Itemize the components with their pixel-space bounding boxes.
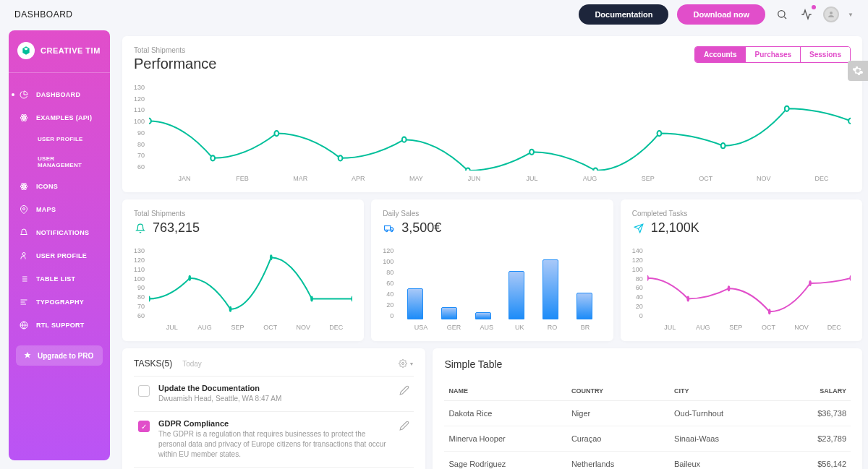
sidebar-item-rtl-support[interactable]: RTL SUPPORT (9, 314, 110, 337)
shipments-value: 763,215 (153, 220, 200, 236)
svg-line-1 (784, 17, 786, 19)
svg-point-31 (593, 168, 597, 171)
svg-point-44 (391, 230, 393, 231)
tab-accounts[interactable]: Accounts (695, 47, 746, 62)
task-checkbox[interactable] (138, 385, 150, 397)
svg-point-3 (23, 117, 25, 119)
sidebar-item-label: ICONS (36, 183, 58, 190)
svg-point-27 (339, 155, 343, 160)
tasks-settings-dropdown[interactable]: ▼ (399, 359, 414, 368)
sidebar-item-user-profile[interactable]: USER PROFILE (9, 129, 110, 149)
brand-name: CREATIVE TIM (41, 46, 101, 55)
download-button[interactable]: Download now (677, 4, 765, 25)
pin-icon (19, 205, 29, 215)
sidebar-item-label: MAPS (36, 206, 56, 213)
sidebar-item-typography[interactable]: TYPOGRAPHY (9, 291, 110, 314)
svg-point-36 (149, 296, 150, 301)
avatar[interactable] (823, 7, 839, 22)
sidebar-item-icons[interactable]: ICONS (9, 175, 110, 198)
svg-rect-42 (385, 225, 391, 230)
sidebar-item-label: TYPOGRAPHY (36, 298, 84, 306)
table-header: SALARY (780, 382, 851, 401)
brand-logo (17, 42, 35, 59)
tab-purchases[interactable]: Purchases (745, 47, 800, 62)
table-header: COUNTRY (567, 382, 670, 401)
bar (407, 288, 423, 319)
tasks-count: TASKS(5) (134, 358, 172, 369)
sidebar-item-examples-api-[interactable]: EXAMPLES (API) (9, 106, 110, 129)
send-icon (632, 222, 645, 235)
performance-subtitle: Total Shipments (134, 46, 217, 54)
svg-point-41 (352, 296, 352, 301)
sidebar-item-label: DASHBOARD (36, 91, 80, 98)
sidebar-item-user-profile[interactable]: USER PROFILE (9, 244, 110, 267)
bar (441, 307, 457, 319)
svg-point-29 (466, 168, 470, 171)
svg-point-26 (274, 131, 278, 136)
performance-card: Total Shipments Performance Accounts Pur… (122, 36, 862, 192)
task-title: Update the Documentation (158, 384, 391, 392)
sales-subtitle: Daily Sales (383, 210, 601, 218)
svg-point-40 (311, 296, 312, 301)
sidebar-item-label: RTL SUPPORT (36, 322, 85, 329)
sidebar: CREATIVE TIM DASHBOARDEXAMPLES (API)USER… (9, 30, 110, 460)
sidebar-item-label: EXAMPLES (API) (36, 114, 92, 121)
globe-icon (19, 320, 29, 330)
chevron-down-icon[interactable]: ▼ (848, 12, 854, 18)
performance-title: Performance (134, 56, 217, 72)
pie-chart-icon (19, 90, 29, 100)
sidebar-item-dashboard[interactable]: DASHBOARD (9, 83, 110, 106)
upgrade-button[interactable]: Upgrade to PRO (16, 345, 103, 366)
svg-point-47 (647, 276, 648, 280)
sidebar-item-label: USER MANAGEMENT (38, 155, 100, 168)
svg-point-49 (728, 286, 729, 291)
svg-point-52 (850, 276, 851, 280)
simple-table: NAMECOUNTRYCITYSALARY Dakota RiceNigerOu… (444, 382, 851, 469)
table-title: Simple Table (444, 358, 851, 370)
sidebar-item-table-list[interactable]: TABLE LIST (9, 267, 110, 291)
sidebar-item-notifications[interactable]: NOTIFICATIONS (9, 221, 110, 244)
edit-icon[interactable] (399, 421, 409, 433)
task-desc: Dwuamish Head, Seattle, WA 8:47 AM (158, 394, 391, 404)
task-title: GDPR Compliance (158, 419, 391, 428)
task-checkbox[interactable]: ✓ (138, 421, 150, 432)
table-header: CITY (670, 382, 780, 401)
sidebar-item-user-management[interactable]: USER MANAGEMENT (9, 149, 110, 175)
svg-point-28 (402, 137, 407, 142)
atom-icon (19, 181, 29, 192)
sidebar-item-maps[interactable]: MAPS (9, 198, 110, 221)
atom-icon (19, 113, 29, 123)
tasks-today: Today (182, 360, 202, 368)
svg-point-24 (149, 119, 151, 124)
bar (576, 293, 592, 320)
task-desc: The GDPR is a regulation that requires b… (158, 429, 391, 460)
table-row: Minerva HooperCuraçaoSinaai-Waas$23,789 (444, 426, 851, 452)
table-row: Sage RodriguezNetherlandsBaileux$56,142 (444, 452, 851, 470)
edit-icon[interactable] (399, 385, 409, 397)
shipments-subtitle: Total Shipments (134, 210, 352, 218)
svg-point-12 (22, 253, 25, 256)
table-card: Simple Table NAMECOUNTRYCITYSALARY Dakot… (433, 348, 862, 469)
task-row: ✓GDPR ComplianceThe GDPR is a regulation… (134, 412, 414, 468)
tab-sessions[interactable]: Sessions (800, 47, 850, 62)
sidebar-item-label: NOTIFICATIONS (36, 229, 89, 236)
completed-card: Completed Tasks 12,100K 1401201008060402… (621, 199, 862, 341)
svg-point-50 (769, 309, 770, 314)
svg-point-35 (848, 119, 851, 124)
documentation-button[interactable]: Documentation (579, 4, 668, 25)
svg-point-7 (23, 186, 25, 187)
bell-icon (134, 222, 147, 235)
bar (542, 259, 558, 319)
svg-point-25 (210, 155, 215, 160)
svg-point-38 (230, 307, 231, 311)
search-icon[interactable] (774, 7, 790, 22)
page-title: DASHBOARD (14, 9, 579, 20)
delivery-icon (383, 222, 396, 235)
completed-value: 12,100K (651, 220, 699, 236)
settings-tab-icon[interactable] (848, 61, 868, 81)
activity-icon[interactable] (799, 7, 814, 22)
svg-point-30 (529, 150, 534, 155)
task-row: Update the DocumentationDwuamish Head, S… (134, 377, 414, 412)
svg-point-51 (809, 281, 811, 285)
sidebar-item-label: USER PROFILE (38, 136, 83, 142)
